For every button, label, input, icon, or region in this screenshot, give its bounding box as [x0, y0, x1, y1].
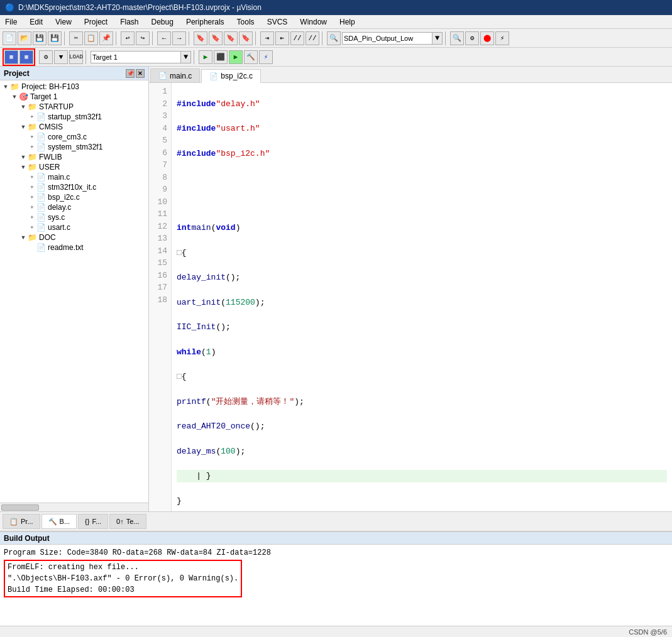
bottom-tab-f-icon: {}	[85, 518, 89, 525]
tree-node-project[interactable]: ▼ 📁 Project: BH-F103	[1, 82, 147, 92]
panel-controls: 📌 ✕	[126, 69, 145, 78]
save-all-btn[interactable]: 💾	[48, 31, 62, 45]
expander-user[interactable]: ▼	[19, 163, 28, 172]
tree-node-doc[interactable]: ▼ 📁 DOC	[1, 232, 147, 242]
back-btn[interactable]: ←	[157, 31, 171, 45]
tree-node-fwlib[interactable]: ▼ 📁 FWLIB	[1, 152, 147, 162]
undo-btn[interactable]: ↩	[121, 31, 135, 45]
tree-node-target1[interactable]: ▼ 🎯 Target 1	[1, 92, 147, 102]
project-scrollbar[interactable]	[0, 503, 148, 511]
next-bookmark-btn[interactable]: 🔖	[224, 31, 238, 45]
expander-sys-c[interactable]: +	[28, 213, 36, 222]
menu-item-help[interactable]: Help	[337, 17, 358, 27]
menu-bar: FileEditViewProjectFlashDebugPeripherals…	[0, 15, 672, 29]
debug-btn[interactable]: ⚡	[495, 31, 509, 45]
menu-item-view[interactable]: View	[53, 17, 74, 27]
tree-node-readme[interactable]: 📄 readme.txt	[1, 242, 147, 253]
tree-node-sys-c[interactable]: + 📄 sys.c	[1, 212, 147, 222]
code-content[interactable]: #include "delay.h" #include "usart.h" #i…	[172, 83, 672, 511]
indent-btn[interactable]: ⇥	[260, 31, 274, 45]
open-file-btn[interactable]: 📂	[18, 31, 31, 45]
expander-usart-c[interactable]: +	[28, 223, 36, 232]
prev-bookmark-btn[interactable]: 🔖	[209, 31, 223, 45]
tree-node-main-c[interactable]: + 📄 main.c	[1, 172, 147, 182]
expander-startup-file[interactable]: +	[28, 112, 36, 121]
flash-btn[interactable]: ⚡	[259, 50, 273, 64]
menu-item-window[interactable]: Window	[297, 17, 329, 27]
function-combo[interactable]	[342, 32, 432, 45]
tree-node-system[interactable]: + 📄 system_stm32f1	[1, 142, 147, 152]
tree-node-cmsis[interactable]: ▼ 📁 CMSIS	[1, 122, 147, 132]
tree-node-delay-c[interactable]: + 📄 delay.c	[1, 202, 147, 212]
project-grid-btn2[interactable]: ▦	[19, 50, 33, 64]
menu-item-peripherals[interactable]: Peripherals	[184, 17, 227, 27]
expander-startup[interactable]: ▼	[19, 102, 28, 111]
run-btn[interactable]: ▶	[199, 50, 212, 64]
tree-node-bsp-i2c[interactable]: + 📄 bsp_i2c.c	[1, 192, 147, 202]
menu-item-svcs[interactable]: SVCS	[265, 17, 290, 27]
expander-doc[interactable]: ▼	[19, 233, 28, 242]
bottom-tab-b[interactable]: 🔨 B...	[41, 514, 77, 529]
expander-core-cm3[interactable]: +	[28, 133, 36, 141]
tree-node-startup[interactable]: ▼ 📁 STARTUP	[1, 102, 147, 112]
project-icon: 📁	[10, 82, 19, 91]
func-combo-icon[interactable]: 🔍	[327, 31, 341, 45]
delay-c-label: delay.c	[48, 203, 71, 212]
tree-node-core-cm3[interactable]: + 📄 core_cm3.c	[1, 132, 147, 142]
comment-btn[interactable]: //	[290, 31, 304, 45]
cut-btn[interactable]: ✂	[69, 31, 83, 45]
copy-btn[interactable]: 📋	[84, 31, 98, 45]
target-combo[interactable]	[91, 51, 181, 63]
expander-stm32-it[interactable]: +	[28, 183, 36, 192]
panel-pin-btn[interactable]: 📌	[126, 69, 135, 78]
forward-btn[interactable]: →	[172, 31, 186, 45]
tree-node-usart-c[interactable]: + 📄 usart.c	[1, 222, 147, 232]
expander-delay-c[interactable]: +	[28, 203, 36, 212]
expander-bsp-i2c[interactable]: +	[28, 193, 36, 202]
menu-item-tools[interactable]: Tools	[234, 17, 257, 27]
project-grid-btn1[interactable]: ▦	[4, 50, 18, 64]
expander-target1[interactable]: ▼	[10, 92, 19, 101]
tree-node-user[interactable]: ▼ 📁 USER	[1, 162, 147, 172]
expander-main-c[interactable]: +	[28, 173, 36, 182]
tree-node-startup-file[interactable]: + 📄 startup_stm32f1	[1, 112, 147, 122]
settings2-btn[interactable]: ⚙	[39, 50, 53, 64]
dropdown2-btn[interactable]: ▼	[54, 50, 68, 64]
unindent-btn[interactable]: ⇤	[275, 31, 289, 45]
system-icon: 📄	[36, 143, 46, 151]
bookmark-btn[interactable]: 🔖	[194, 31, 207, 45]
menu-item-file[interactable]: File	[3, 17, 19, 27]
bottom-tab-te[interactable]: 0↑ Te...	[109, 514, 146, 529]
build-stop-btn[interactable]: ⬤	[480, 31, 494, 45]
bottom-tab-pr[interactable]: 📋 Pr...	[3, 514, 40, 529]
new-file-btn[interactable]: 📄	[3, 31, 16, 45]
expander-system[interactable]: +	[28, 143, 36, 151]
build2-btn[interactable]: 🔨	[244, 50, 258, 64]
function-combo-arrow[interactable]: ▼	[432, 32, 443, 45]
menu-item-project[interactable]: Project	[82, 17, 110, 27]
settings-btn[interactable]: ⚙	[465, 31, 479, 45]
expander-project[interactable]: ▼	[1, 82, 10, 91]
menu-item-debug[interactable]: Debug	[149, 17, 176, 27]
build-output-content[interactable]: Program Size: Code=3840 RO-data=268 RW-d…	[0, 545, 672, 626]
build-btn[interactable]: ▶	[229, 50, 243, 64]
panel-close-btn[interactable]: ✕	[136, 69, 145, 78]
search-btn[interactable]: 🔍	[450, 31, 464, 45]
tree-node-stm32-it[interactable]: + 📄 stm32f10x_it.c	[1, 182, 147, 192]
tab-bsp-i2c-c[interactable]: 📄 bsp_i2c.c	[201, 69, 261, 83]
tab-main-c[interactable]: 📄 main.c	[150, 68, 200, 82]
menu-item-edit[interactable]: Edit	[27, 17, 45, 27]
bottom-tab-f[interactable]: {} F...	[78, 514, 108, 529]
clear-bookmarks-btn[interactable]: 🔖	[239, 31, 253, 45]
stop-btn[interactable]: ⬛	[214, 50, 228, 64]
target-combo-arrow[interactable]: ▼	[181, 51, 191, 63]
menu-item-flash[interactable]: Flash	[118, 17, 141, 27]
expander-fwlib[interactable]: ▼	[19, 153, 28, 161]
redo-btn[interactable]: ↪	[136, 31, 150, 45]
save-btn[interactable]: 💾	[33, 31, 47, 45]
expander-cmsis[interactable]: ▼	[19, 122, 28, 131]
code-editor[interactable]: 1 2 3 4 5 6 7 8 9 10 11 12 13 14 15 16 1…	[149, 83, 672, 511]
load-btn[interactable]: LOAD	[69, 50, 83, 64]
uncomment-btn[interactable]: //	[306, 31, 319, 45]
paste-btn[interactable]: 📌	[99, 31, 113, 45]
